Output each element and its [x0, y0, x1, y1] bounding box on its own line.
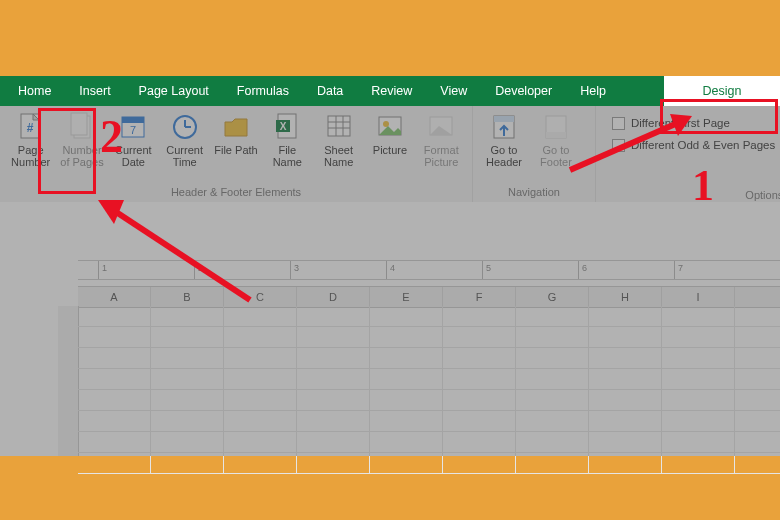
tab-view[interactable]: View: [426, 76, 481, 106]
sheet-name-button[interactable]: Sheet Name: [314, 108, 363, 170]
horizontal-ruler: 1234567: [78, 260, 780, 280]
tab-page-layout[interactable]: Page Layout: [125, 76, 223, 106]
column-header[interactable]: G: [516, 287, 589, 307]
tab-developer[interactable]: Developer: [481, 76, 566, 106]
format-picture-icon: [417, 110, 466, 144]
svg-point-19: [383, 121, 389, 127]
tab-formulas[interactable]: Formulas: [223, 76, 303, 106]
calendar-icon: 7: [109, 110, 158, 144]
go-to-footer-icon: [531, 110, 581, 144]
svg-rect-5: [122, 117, 144, 123]
tab-help[interactable]: Help: [566, 76, 620, 106]
svg-rect-22: [494, 116, 514, 122]
tab-data[interactable]: Data: [303, 76, 357, 106]
group-label-options: Options: [745, 189, 780, 201]
number-of-pages-icon: [57, 110, 106, 144]
page-number-button[interactable]: # Page Number: [6, 108, 55, 170]
clock-icon: [160, 110, 209, 144]
column-header[interactable]: D: [297, 287, 370, 307]
column-headers: ABCDEFGHI: [78, 286, 780, 308]
svg-rect-13: [328, 116, 350, 136]
table-row: [78, 327, 780, 348]
column-header[interactable]: F: [443, 287, 516, 307]
cells-grid[interactable]: [78, 306, 780, 456]
picture-icon: [365, 110, 414, 144]
column-header[interactable]: C: [224, 287, 297, 307]
excel-window: Home Insert Page Layout Formulas Data Re…: [0, 76, 780, 456]
table-row: [78, 369, 780, 390]
current-time-button[interactable]: Current Time: [160, 108, 209, 170]
table-row: [78, 432, 780, 453]
different-odd-even-option[interactable]: Different Odd & Even Pages: [612, 134, 775, 156]
worksheet-area: 1234567 ABCDEFGHI: [0, 202, 780, 456]
table-row: [78, 453, 780, 474]
picture-button[interactable]: Picture: [365, 108, 414, 170]
group-label-nav: Navigation: [479, 186, 589, 202]
go-to-header-icon: [479, 110, 529, 144]
group-label-hf: Header & Footer Elements: [6, 186, 466, 202]
svg-rect-24: [546, 132, 566, 138]
tab-review[interactable]: Review: [357, 76, 426, 106]
checkbox-icon: [612, 139, 625, 152]
column-header[interactable]: A: [78, 287, 151, 307]
file-name-button[interactable]: X File Name: [263, 108, 312, 170]
tab-home[interactable]: Home: [4, 76, 65, 106]
row-headers: [58, 306, 79, 456]
checkbox-icon: [612, 117, 625, 130]
svg-text:X: X: [280, 121, 287, 132]
table-row: [78, 411, 780, 432]
go-to-header-button[interactable]: Go to Header: [479, 108, 529, 170]
folder-icon: [211, 110, 260, 144]
sheet-icon: [314, 110, 363, 144]
table-row: [78, 390, 780, 411]
page-number-icon: #: [6, 110, 55, 144]
group-options: Different First Page Different Odd & Eve…: [596, 106, 780, 202]
svg-rect-3: [71, 113, 87, 135]
group-header-footer-elements: # Page Number Number of Pages 7 Current …: [0, 106, 473, 202]
column-header[interactable]: H: [589, 287, 662, 307]
excel-file-icon: X: [263, 110, 312, 144]
ribbon: # Page Number Number of Pages 7 Current …: [0, 106, 780, 203]
tab-design[interactable]: Design: [664, 76, 780, 106]
current-date-button[interactable]: 7 Current Date: [109, 108, 158, 170]
ribbon-tabbar: Home Insert Page Layout Formulas Data Re…: [0, 76, 780, 106]
number-of-pages-button[interactable]: Number of Pages: [57, 108, 106, 170]
column-header[interactable]: E: [370, 287, 443, 307]
file-path-button[interactable]: File Path: [211, 108, 260, 170]
group-navigation: Go to Header Go to Footer Navigation: [473, 106, 596, 202]
column-header[interactable]: B: [151, 287, 224, 307]
svg-text:7: 7: [130, 124, 136, 136]
table-row: [78, 306, 780, 327]
column-header[interactable]: I: [662, 287, 735, 307]
svg-text:#: #: [26, 121, 33, 135]
go-to-footer-button[interactable]: Go to Footer: [531, 108, 581, 170]
table-row: [78, 348, 780, 369]
different-first-page-option[interactable]: Different First Page: [612, 112, 775, 134]
tab-insert[interactable]: Insert: [65, 76, 124, 106]
format-picture-button: Format Picture: [417, 108, 466, 170]
